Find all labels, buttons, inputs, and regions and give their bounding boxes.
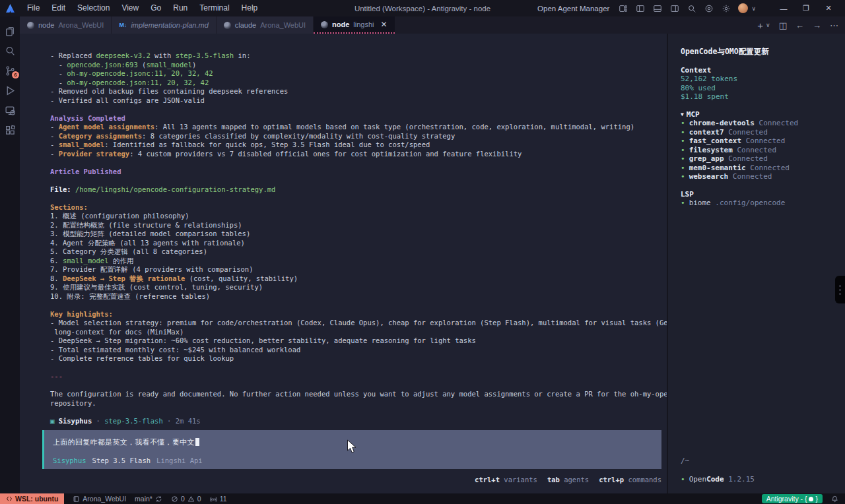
terminal-line: 2. 配置结构概览 (file structure & relationship… — [50, 221, 661, 230]
mcp-section-header[interactable]: ▼MCP — [681, 110, 845, 119]
menu-help[interactable]: Help — [236, 0, 264, 16]
terminal-line: 5. Category 分类逻辑 (all 8 categories) — [50, 247, 661, 257]
mcp-status: Connected — [741, 137, 785, 145]
broadcast-icon — [210, 495, 217, 503]
tab-title: node — [38, 21, 54, 29]
edge-panel-handle[interactable] — [835, 276, 845, 303]
source-control-icon[interactable]: 6 — [4, 65, 16, 77]
status-bar: WSL: ubuntu Arona_WebUI main* 0 0 11 Ant… — [0, 493, 845, 504]
context-title: Context — [681, 66, 845, 75]
shield-icon[interactable] — [704, 3, 714, 13]
terminal-line: long-context for docs (MiniMax) — [50, 328, 661, 337]
panel-left-icon[interactable] — [635, 3, 645, 13]
sync-icon — [155, 495, 162, 503]
mcp-item-mem0-semantic: •mem0-semantic Connected — [681, 164, 845, 173]
lsp-path: .config/opencode — [711, 199, 786, 207]
terminal-line — [50, 408, 661, 417]
bell-icon[interactable] — [831, 495, 838, 503]
terminal-line: The configuration is ready and documente… — [50, 390, 661, 399]
lsp-title: LSP — [681, 190, 845, 199]
terminal-line — [50, 301, 661, 310]
context-tokens: 52,162 tokens — [681, 75, 845, 84]
problems-indicator[interactable]: 0 0 — [171, 495, 201, 503]
status-dot-icon: • — [681, 137, 685, 145]
split-editor-icon[interactable]: ◫ — [779, 20, 787, 30]
extensions-icon[interactable] — [4, 124, 16, 136]
tab-node-lingshi[interactable]: nodelingshi✕ — [314, 16, 395, 34]
terminal-line: 6. small_model 的作用 — [50, 257, 661, 266]
status-dot-icon: • — [681, 475, 685, 484]
hint-key: tab — [547, 476, 560, 484]
terminal-line: - Agent model assignments: All 13 agents… — [50, 123, 661, 132]
tab-bar: nodeArona_WebUIM↓implementation-plan.mdc… — [20, 16, 845, 34]
opencode-version: •OpenCode 1.2.15 — [681, 475, 755, 484]
terminal-line: ▣ Sisyphus · step-3.5-flash · 2m 41s — [50, 417, 661, 426]
menu-terminal[interactable]: Terminal — [193, 0, 235, 16]
branch-indicator[interactable]: main* — [135, 495, 162, 503]
open-agent-manager-button[interactable]: Open Agent Manager — [537, 5, 609, 13]
remote-indicator[interactable]: WSL: ubuntu — [0, 493, 64, 504]
mcp-status: Connected — [733, 146, 776, 154]
menu-selection[interactable]: Selection — [71, 0, 116, 16]
menu-go[interactable]: Go — [145, 0, 167, 16]
hint-variants: ctrl+t variants — [475, 476, 537, 484]
terminal-line: - oh-my-opencode.jsonc:11, 20, 32, 42 — [50, 69, 661, 79]
antigravity-status-badge[interactable]: Antigravity - {} — [762, 494, 823, 503]
mcp-name: chrome-devtools — [689, 119, 755, 127]
terminal-line — [50, 105, 661, 114]
warning-icon — [187, 495, 195, 503]
menu-view[interactable]: View — [116, 0, 145, 16]
tab-node-arona_webui[interactable]: nodeArona_WebUI — [20, 16, 111, 34]
maximize-icon[interactable]: ❐ — [795, 0, 817, 16]
more-icon[interactable]: ⋯ — [830, 20, 838, 30]
menu-file[interactable]: File — [21, 0, 46, 16]
terminal-line: File: /home/lingshi/opencode-configurati… — [50, 185, 661, 195]
chevron-down-icon[interactable]: ∨ — [751, 5, 756, 12]
status-dot-icon: • — [681, 119, 685, 127]
layout-grid-icon[interactable] — [618, 3, 628, 13]
search-icon[interactable] — [687, 3, 696, 13]
files-icon[interactable] — [4, 25, 16, 37]
terminal-line: - Total estimated monthly cost: ~$245 wi… — [50, 346, 661, 355]
terminal-line: - Replaced deepseek-v3.2 with step-3.5-f… — [50, 51, 661, 61]
terminal-line: - opencode.json:693 (small_model) — [50, 61, 661, 70]
menu-bar: FileEditSelectionViewGoRunTerminalHelp — [21, 0, 263, 16]
tab-claude-arona_webui[interactable]: claudeArona_WebUI — [217, 16, 313, 34]
terminal-line: 3. 模型能力矩阵 (detailed model comparison tab… — [50, 230, 661, 239]
arrow-right-icon[interactable]: → — [813, 20, 821, 30]
terminal-line: 1. 概述 (configuration philosophy) — [50, 212, 661, 221]
tab-implementation-plan-md[interactable]: M↓implementation-plan.md — [112, 16, 215, 34]
terminal-line: repository. — [50, 399, 661, 408]
prompt-input[interactable]: 上面的回复咋都是英文，我看不懂，要中文 Sisyphus Step 3.5 Fl… — [42, 430, 661, 469]
status-dot-icon: • — [681, 199, 685, 207]
menu-run[interactable]: Run — [167, 0, 193, 16]
menu-edit[interactable]: Edit — [46, 0, 71, 16]
arrow-left-icon[interactable]: ← — [795, 20, 804, 30]
status-dot-icon: • — [681, 146, 685, 154]
terminal-line: 8. DeepSeek → Step 替换 rationale (cost, q… — [50, 274, 661, 284]
cwd-path: /~ — [681, 457, 689, 466]
mcp-item-fast_context: •fast_context Connected — [681, 137, 845, 146]
gear-icon[interactable] — [721, 3, 731, 13]
tab-subtitle: lingshi — [353, 20, 374, 28]
agent-name: Sisyphus — [53, 457, 86, 464]
panel-right-icon[interactable] — [669, 3, 679, 13]
new-terminal-icon[interactable]: + — [757, 20, 763, 31]
close-icon[interactable]: ✕ — [381, 20, 388, 29]
hint-key: ctrl+p — [599, 476, 624, 484]
avatar[interactable] — [738, 3, 748, 13]
ports-indicator[interactable]: 11 — [210, 495, 227, 503]
repo-indicator[interactable]: Arona_WebUI — [73, 495, 126, 503]
search-icon[interactable] — [4, 45, 16, 57]
mcp-item-websearch: •websearch Connected — [681, 172, 845, 181]
mcp-status: Connected — [728, 172, 772, 181]
remote-explorer-icon[interactable] — [4, 104, 16, 116]
terminal-line: Analysis Completed — [50, 114, 661, 123]
close-icon[interactable]: ✕ — [817, 0, 840, 16]
prompt-meta: Sisyphus Step 3.5 Flash Lingshi Api — [53, 457, 653, 464]
minimize-icon[interactable]: — — [772, 0, 795, 16]
terminal-line: - DeepSeek → Step migration: ~60% cost r… — [50, 336, 661, 346]
panel-bottom-icon[interactable] — [652, 3, 662, 13]
chevron-down-icon[interactable]: ∨ — [766, 22, 770, 28]
run-debug-icon[interactable] — [4, 84, 16, 96]
